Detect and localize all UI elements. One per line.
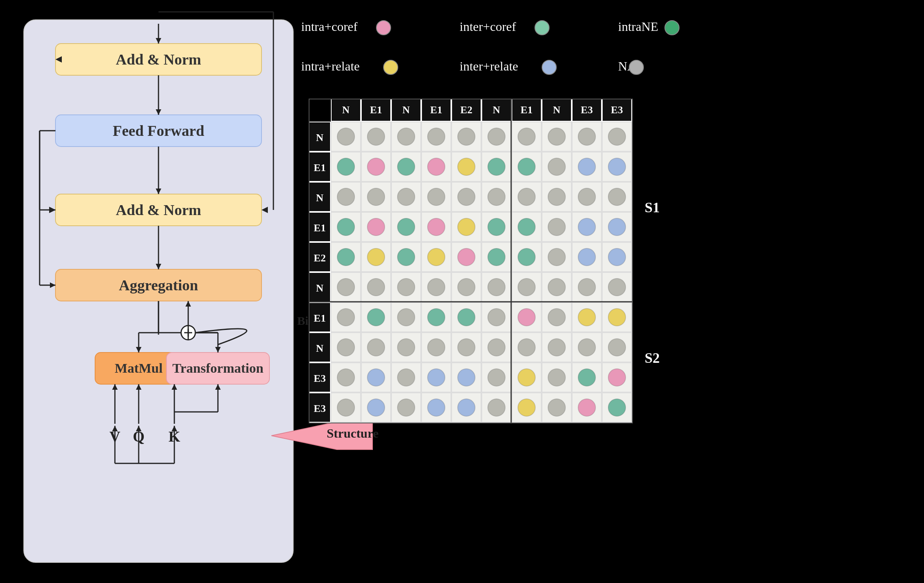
svg-text:E1: E1	[314, 162, 326, 173]
svg-point-293	[458, 369, 475, 386]
svg-point-147	[578, 158, 596, 175]
svg-point-295	[488, 369, 505, 386]
svg-text:N: N	[493, 104, 500, 116]
svg-text:E2: E2	[460, 104, 472, 116]
svg-point-315	[458, 399, 475, 416]
svg-point-207	[488, 248, 505, 266]
svg-point-263	[337, 339, 355, 356]
svg-point-131	[337, 158, 355, 175]
svg-point-141	[488, 158, 505, 175]
svg-point-291	[428, 369, 445, 386]
svg-point-85	[629, 60, 643, 74]
svg-text:N: N	[316, 192, 324, 204]
svg-point-287	[367, 369, 385, 386]
svg-point-271	[458, 339, 475, 356]
svg-point-199	[367, 248, 385, 266]
svg-point-209	[518, 248, 535, 266]
svg-point-153	[337, 188, 355, 206]
svg-point-127	[608, 128, 626, 145]
svg-point-113	[397, 128, 415, 145]
svg-text:MatMul: MatMul	[115, 361, 163, 375]
svg-point-201	[397, 248, 415, 266]
svg-point-251	[488, 309, 505, 326]
svg-point-299	[548, 369, 565, 386]
svg-point-223	[397, 278, 415, 296]
svg-point-203	[428, 248, 445, 266]
svg-point-189	[548, 218, 565, 236]
svg-text:Aggregation: Aggregation	[119, 277, 198, 293]
svg-point-157	[397, 188, 415, 206]
svg-point-233	[548, 278, 565, 296]
svg-point-167	[548, 188, 565, 206]
svg-point-235	[578, 278, 596, 296]
svg-text:S2: S2	[645, 350, 660, 366]
svg-point-171	[608, 188, 626, 206]
svg-text:N: N	[316, 343, 324, 354]
svg-point-259	[608, 309, 626, 326]
svg-text:E3: E3	[611, 104, 623, 116]
svg-point-183	[458, 218, 475, 236]
svg-point-145	[548, 158, 565, 175]
svg-point-321	[548, 399, 565, 416]
svg-text:E3: E3	[581, 104, 593, 116]
svg-point-213	[578, 248, 596, 266]
svg-point-325	[608, 399, 626, 416]
svg-point-143	[518, 158, 535, 175]
svg-point-77	[535, 21, 549, 35]
svg-point-155	[367, 188, 385, 206]
svg-point-303	[608, 369, 626, 386]
svg-point-243	[367, 309, 385, 326]
svg-point-215	[608, 248, 626, 266]
svg-point-161	[458, 188, 475, 206]
svg-text:E3: E3	[314, 403, 326, 414]
svg-point-135	[397, 158, 415, 175]
svg-point-297	[518, 369, 535, 386]
svg-point-81	[384, 60, 398, 74]
svg-point-193	[608, 218, 626, 236]
svg-point-249	[458, 309, 475, 326]
svg-text:E1: E1	[430, 104, 442, 116]
svg-point-181	[428, 218, 445, 236]
svg-point-311	[397, 399, 415, 416]
svg-point-285	[337, 369, 355, 386]
svg-point-231	[518, 278, 535, 296]
svg-point-227	[458, 278, 475, 296]
svg-text:E1: E1	[314, 222, 326, 234]
svg-point-229	[488, 278, 505, 296]
svg-point-75	[376, 21, 391, 35]
svg-point-109	[337, 128, 355, 145]
svg-text:Structure: Structure	[327, 426, 379, 440]
svg-text:N: N	[553, 104, 561, 116]
svg-point-211	[548, 248, 565, 266]
svg-text:E2: E2	[314, 252, 326, 264]
svg-text:E3: E3	[314, 373, 326, 384]
svg-text:E1: E1	[314, 312, 326, 324]
svg-point-139	[458, 158, 475, 175]
svg-point-317	[488, 399, 505, 416]
svg-point-269	[428, 339, 445, 356]
svg-text:intraNE: intraNE	[618, 19, 658, 34]
svg-text:Add & Norm: Add & Norm	[116, 202, 201, 218]
svg-point-313	[428, 399, 445, 416]
svg-point-253	[518, 309, 535, 326]
svg-point-83	[542, 60, 556, 74]
svg-point-137	[428, 158, 445, 175]
svg-point-111	[367, 128, 385, 145]
svg-point-307	[337, 399, 355, 416]
svg-point-177	[367, 218, 385, 236]
svg-point-309	[367, 399, 385, 416]
svg-point-279	[578, 339, 596, 356]
svg-point-267	[397, 339, 415, 356]
svg-point-121	[518, 128, 535, 145]
svg-point-175	[337, 218, 355, 236]
svg-point-319	[518, 399, 535, 416]
svg-point-289	[397, 369, 415, 386]
svg-point-275	[518, 339, 535, 356]
svg-point-301	[578, 369, 596, 386]
svg-point-277	[548, 339, 565, 356]
svg-text:Transformation: Transformation	[172, 361, 263, 375]
svg-point-163	[488, 188, 505, 206]
svg-point-197	[337, 248, 355, 266]
svg-text:inter+coref: inter+coref	[460, 19, 516, 34]
svg-text:E1: E1	[370, 104, 382, 116]
